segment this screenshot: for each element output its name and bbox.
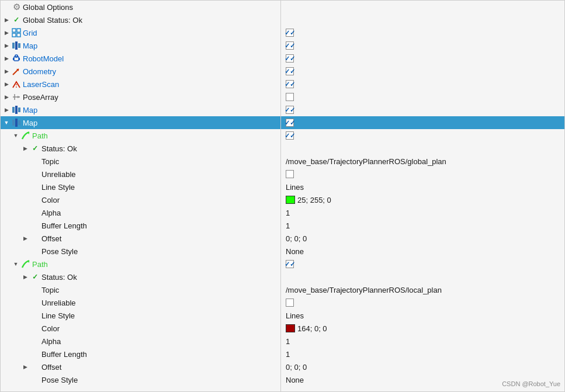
tree-row-path2-color[interactable]: Color xyxy=(1,322,280,335)
expander-path1-offset[interactable]: ▶ xyxy=(20,234,30,243)
expander-path2[interactable]: ▼ xyxy=(11,259,20,269)
tree-row-path2-posestyle[interactable]: Pose Style xyxy=(1,373,280,386)
expander-path1-status[interactable]: ▶ xyxy=(20,144,30,153)
expander-map1[interactable]: ▶ xyxy=(2,41,11,50)
tree-row-path2-status[interactable]: ▶✓Status: Ok xyxy=(1,270,280,283)
tree-row-map2[interactable]: ▶Map xyxy=(1,103,280,116)
expander-path2-topic[interactable] xyxy=(20,285,30,294)
tree-row-path2-bufferlength[interactable]: Buffer Length xyxy=(1,348,280,360)
expander-path2-linestyle[interactable] xyxy=(20,311,30,320)
value-text-path1-alpha: 1 xyxy=(286,209,290,217)
expander-path2-unreliable[interactable] xyxy=(20,298,30,307)
color-text-path1-color: 25; 255; 0 xyxy=(297,196,331,204)
expander-path1[interactable]: ▼ xyxy=(11,131,20,140)
tree-row-posearray[interactable]: ▶PoseArray xyxy=(1,91,280,103)
checkbox-grid[interactable]: ✓ xyxy=(286,29,294,37)
value-text-path1-bufferlength: 1 xyxy=(286,221,290,230)
svg-rect-0 xyxy=(12,29,16,32)
tree-row-path2-offset[interactable]: ▶Offset xyxy=(1,360,280,373)
expander-path1-color[interactable] xyxy=(20,195,30,204)
tree-row-path2-unreliable[interactable]: Unreliable xyxy=(1,296,280,309)
label-path2-unreliable: Unreliable xyxy=(41,299,76,307)
tree-row-path2[interactable]: ▼Path xyxy=(1,258,280,270)
label-path2-topic: Topic xyxy=(41,286,59,294)
icon-path1-alpha xyxy=(30,207,40,218)
svg-rect-11 xyxy=(13,58,14,60)
tree-row-path1-status[interactable]: ▶✓Status: Ok xyxy=(1,142,280,155)
tree-row-path1-alpha[interactable]: Alpha xyxy=(1,206,280,219)
tree-row-robot-model[interactable]: ▶RobotModel xyxy=(1,52,280,65)
expander-path1-posestyle[interactable] xyxy=(20,247,30,256)
checkbox-path1[interactable]: ✓ xyxy=(286,131,294,140)
svg-rect-3 xyxy=(17,33,20,37)
checkbox-path2[interactable]: ✓ xyxy=(286,260,294,268)
expander-path2-color[interactable] xyxy=(20,324,30,333)
tree-row-odometry[interactable]: ▶Odometry xyxy=(1,65,280,78)
expander-odometry[interactable]: ▶ xyxy=(2,67,11,76)
label-path2-linestyle: Line Style xyxy=(41,311,75,320)
expander-posearray[interactable]: ▶ xyxy=(2,92,11,102)
expander-map2[interactable]: ▶ xyxy=(2,105,11,115)
expander-global-status[interactable]: ▶ xyxy=(2,15,11,25)
tree-row-path1-color[interactable]: Color xyxy=(1,193,280,206)
tree-row-path1-bufferlength[interactable]: Buffer Length xyxy=(1,219,280,232)
tree-row-map3[interactable]: ▼Map xyxy=(1,116,280,129)
expander-grid[interactable]: ▶ xyxy=(2,28,11,37)
checkbox-path2-unreliable[interactable] xyxy=(286,299,294,307)
checkbox-robot-model[interactable]: ✓ xyxy=(286,54,294,63)
tree-row-laserscan[interactable]: ▶LaserScan xyxy=(1,78,280,91)
value-row-path1-bufferlength: 1 xyxy=(281,219,564,232)
tree-row-path1[interactable]: ▼Path xyxy=(1,129,280,142)
value-row-path2-alpha: 1 xyxy=(281,335,564,348)
checkbox-laserscan[interactable]: ✓ xyxy=(286,80,294,88)
tree-row-path1-unreliable[interactable]: Unreliable xyxy=(1,168,280,181)
expander-path1-bufferlength[interactable] xyxy=(20,221,30,230)
expander-path2-offset[interactable]: ▶ xyxy=(20,362,30,372)
tree-row-global-options[interactable]: ⚙Global Options xyxy=(1,1,280,13)
checkbox-path1-unreliable[interactable] xyxy=(286,170,294,178)
value-row-odometry: ✓ xyxy=(281,65,564,78)
value-text-path1-topic: /move_base/TrajectoryPlannerROS/global_p… xyxy=(286,157,446,166)
icon-global-options: ⚙ xyxy=(11,2,22,12)
icon-path1-linestyle xyxy=(30,182,40,192)
expander-path2-bufferlength[interactable] xyxy=(20,349,30,359)
label-odometry: Odometry xyxy=(23,67,56,76)
expander-path2-status[interactable]: ▶ xyxy=(20,272,30,282)
tree-row-path1-offset[interactable]: ▶Offset xyxy=(1,232,280,245)
label-path1: Path xyxy=(32,131,48,140)
value-row-path1-offset: 0; 0; 0 xyxy=(281,232,564,245)
checkbox-odometry[interactable]: ✓ xyxy=(286,67,294,75)
tree-row-global-status[interactable]: ▶✓Global Status: Ok xyxy=(1,13,280,26)
label-path1-bufferlength: Buffer Length xyxy=(41,221,87,230)
expander-global-options[interactable] xyxy=(2,2,11,12)
expander-path2-alpha[interactable] xyxy=(20,337,30,346)
color-swatch-path2-color xyxy=(286,324,295,332)
checkbox-map1[interactable]: ✓ xyxy=(286,41,294,50)
label-path1-offset: Offset xyxy=(41,234,61,243)
tree-row-path1-topic[interactable]: Topic xyxy=(1,155,280,168)
tree-row-map1[interactable]: ▶Map xyxy=(1,39,280,52)
tree-row-path2-linestyle[interactable]: Line Style xyxy=(1,309,280,322)
expander-laserscan[interactable]: ▶ xyxy=(2,79,11,89)
svg-rect-22 xyxy=(12,120,15,126)
expander-path1-topic[interactable] xyxy=(20,157,30,166)
label-path1-color: Color xyxy=(41,196,60,204)
label-posearray: PoseArray xyxy=(23,93,58,102)
checkbox-map3[interactable]: ✓ xyxy=(286,119,294,127)
expander-path1-linestyle[interactable] xyxy=(20,182,30,192)
expander-path2-posestyle[interactable] xyxy=(20,375,30,384)
expander-path1-unreliable[interactable] xyxy=(20,169,30,179)
tree-row-path2-topic[interactable]: Topic xyxy=(1,283,280,296)
checkbox-map2[interactable]: ✓ xyxy=(286,106,294,114)
value-row-path1-alpha: 1 xyxy=(281,206,564,219)
expander-robot-model[interactable]: ▶ xyxy=(2,54,11,63)
checkbox-posearray[interactable] xyxy=(286,93,294,101)
tree-row-path1-linestyle[interactable]: Line Style xyxy=(1,181,280,193)
tree-row-path1-posestyle[interactable]: Pose Style xyxy=(1,245,280,258)
expander-map3[interactable]: ▼ xyxy=(2,118,11,127)
tree-row-grid[interactable]: ▶Grid xyxy=(1,26,280,39)
tree-row-path2-alpha[interactable]: Alpha xyxy=(1,335,280,348)
watermark-label: CSDN @Robot_Yue xyxy=(502,380,560,387)
expander-path1-alpha[interactable] xyxy=(20,208,30,217)
svg-rect-19 xyxy=(12,107,15,113)
